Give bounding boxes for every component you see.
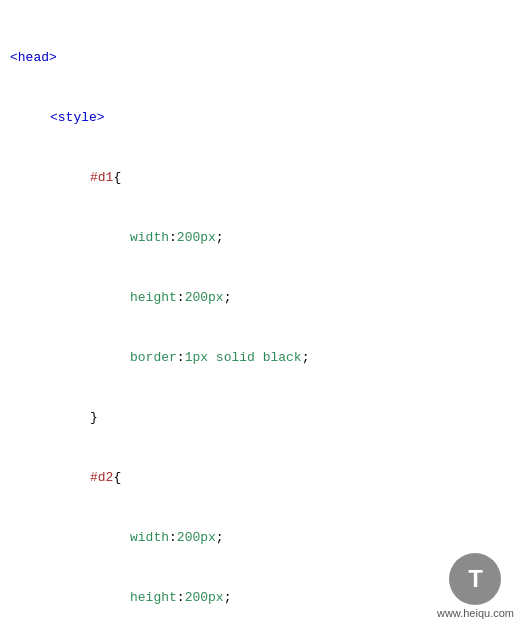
code-line-5: height:200px; <box>0 288 524 308</box>
watermark: T www.heiqu.com <box>437 553 514 619</box>
code-line-7: } <box>0 408 524 428</box>
code-editor: <head> <style> #d1{ width:200px; height:… <box>0 0 524 629</box>
code-line-2: <style> <box>0 108 524 128</box>
code-line-6: border:1px solid black; <box>0 348 524 368</box>
code-line-1: <head> <box>0 48 524 68</box>
code-line-4: width:200px; <box>0 228 524 248</box>
code-line-8: #d2{ <box>0 468 524 488</box>
watermark-letter: T <box>468 565 483 593</box>
watermark-url: www.heiqu.com <box>437 607 514 619</box>
code-line-3: #d1{ <box>0 168 524 188</box>
code-line-9: width:200px; <box>0 528 524 548</box>
watermark-logo: T <box>449 553 501 605</box>
